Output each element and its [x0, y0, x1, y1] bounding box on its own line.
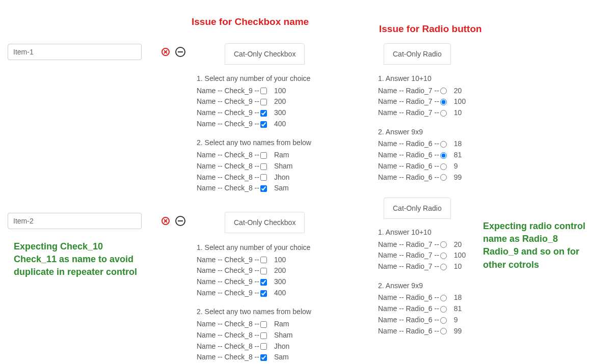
question-text: 1. Select any number of your choice	[197, 73, 350, 85]
checkbox-row: Name -- Check_9 -- 400	[197, 288, 350, 299]
checkbox[interactable]	[260, 354, 267, 361]
tab-cat-only-radio[interactable]: Cat-Only Radio	[384, 43, 451, 65]
checkbox-group-1: 1. Select any number of your choice Name…	[197, 70, 350, 194]
radio-row: Name -- Radio_7 -- 10	[378, 261, 495, 272]
checkbox[interactable]	[260, 99, 267, 105]
checkbox[interactable]	[260, 185, 267, 192]
checkbox[interactable]	[260, 279, 267, 286]
radio[interactable]	[440, 306, 447, 313]
heading-radio-issue: Issue for Radio button	[379, 23, 482, 35]
checkbox-row: Name -- Check_9 -- 200	[197, 96, 350, 107]
checkbox-row: Name -- Check_8 -- Sham	[197, 330, 350, 341]
radio-row: Name -- Radio_6 -- 18	[378, 292, 495, 303]
radio-row: Name -- Radio_7 -- 100	[378, 250, 495, 261]
collapse-icon[interactable]	[175, 47, 185, 57]
checkbox-row: Name -- Check_8 -- Ram	[197, 319, 350, 330]
delete-icon[interactable]	[162, 48, 170, 56]
tab-cat-only-radio[interactable]: Cat-Only Radio	[384, 198, 451, 219]
question-text: 1. Select any number of your choice	[197, 242, 350, 254]
question-text: 2. Select any two names from below	[197, 137, 350, 149]
checkbox-row: Name -- Check_8 -- Sham	[197, 161, 350, 172]
checkbox-row: Name -- Check_9 -- 300	[197, 276, 350, 288]
radio-row: Name -- Radio_6 -- 99	[378, 172, 495, 183]
radio[interactable]	[440, 99, 447, 105]
tab-cat-only-checkbox[interactable]: Cat-Only Checkbox	[225, 43, 305, 65]
radio[interactable]	[440, 328, 447, 334]
checkbox[interactable]	[260, 332, 267, 339]
checkbox-row: Name -- Check_8 -- Jhon	[197, 172, 350, 183]
checkbox[interactable]	[260, 321, 267, 328]
checkbox[interactable]	[260, 174, 267, 181]
question-text: 2. Select any two names from below	[197, 306, 350, 318]
radio-group-2: 1. Answer 10+10 Name -- Radio_7 -- 20 Na…	[378, 224, 495, 337]
radio-row: Name -- Radio_6 -- 9	[378, 161, 495, 172]
radio-row: Name -- Radio_6 -- 18	[378, 138, 495, 150]
checkbox[interactable]	[260, 152, 267, 159]
radio[interactable]	[440, 152, 447, 159]
radio[interactable]	[440, 317, 447, 324]
checkbox[interactable]	[260, 121, 267, 128]
question-text: 2. Answer 9x9	[378, 281, 495, 292]
radio[interactable]	[440, 295, 447, 301]
radio[interactable]	[440, 110, 447, 117]
checkbox[interactable]	[260, 343, 267, 350]
checkbox-row: Name -- Check_9 -- 400	[197, 119, 350, 130]
radio-row: Name -- Radio_7 -- 100	[378, 96, 495, 107]
radio[interactable]	[440, 253, 447, 259]
radio[interactable]	[440, 163, 447, 170]
checkbox[interactable]	[260, 110, 267, 117]
item-input-2[interactable]	[8, 213, 142, 229]
radio-row: Name -- Radio_7 -- 20	[378, 239, 495, 250]
checkbox-row: Name -- Check_9 -- 300	[197, 107, 350, 119]
checkbox-row: Name -- Check_8 -- Ram	[197, 150, 350, 161]
tab-cat-only-checkbox[interactable]: Cat-Only Checkbox	[225, 212, 305, 233]
radio-row: Name -- Radio_6 -- 9	[378, 315, 495, 326]
radio[interactable]	[440, 174, 447, 181]
checkbox[interactable]	[260, 257, 267, 263]
radio-group-1: 1. Answer 10+10 Name -- Radio_7 -- 20 Na…	[378, 70, 495, 183]
note-check-expectation: Expecting Check_10 Check_11 as name to a…	[14, 240, 156, 279]
checkbox-row: Name -- Check_8 -- Sam	[197, 352, 350, 363]
radio-row: Name -- Radio_7 -- 10	[378, 107, 495, 119]
checkbox-row: Name -- Check_8 -- Sam	[197, 183, 350, 194]
collapse-icon[interactable]	[175, 216, 185, 226]
radio-row: Name -- Radio_6 -- 81	[378, 150, 495, 161]
radio-row: Name -- Radio_6 -- 81	[378, 303, 495, 315]
radio[interactable]	[440, 241, 447, 248]
radio[interactable]	[440, 141, 447, 148]
checkbox[interactable]	[260, 88, 267, 94]
checkbox[interactable]	[260, 290, 267, 297]
checkbox-row: Name -- Check_9 -- 100	[197, 255, 350, 266]
item-input-1[interactable]	[8, 44, 142, 60]
checkbox-group-2: 1. Select any number of your choice Name…	[197, 239, 350, 363]
radio-row: Name -- Radio_6 -- 99	[378, 326, 495, 337]
radio-row: Name -- Radio_7 -- 20	[378, 86, 495, 97]
checkbox-row: Name -- Check_9 -- 200	[197, 265, 350, 276]
checkbox-row: Name -- Check_8 -- Jhon	[197, 341, 350, 352]
radio[interactable]	[440, 264, 447, 270]
radio[interactable]	[440, 88, 447, 94]
delete-icon[interactable]	[162, 217, 170, 225]
question-text: 2. Answer 9x9	[378, 127, 495, 138]
question-text: 1. Answer 10+10	[378, 73, 495, 85]
question-text: 1. Answer 10+10	[378, 227, 495, 238]
heading-checkbox-issue: Issue for Checkbox name	[192, 16, 309, 27]
checkbox[interactable]	[260, 163, 267, 170]
checkbox[interactable]	[260, 268, 267, 274]
note-radio-expectation: Expecting radio control name as Radio_8 …	[483, 220, 590, 271]
checkbox-row: Name -- Check_9 -- 100	[197, 86, 350, 97]
